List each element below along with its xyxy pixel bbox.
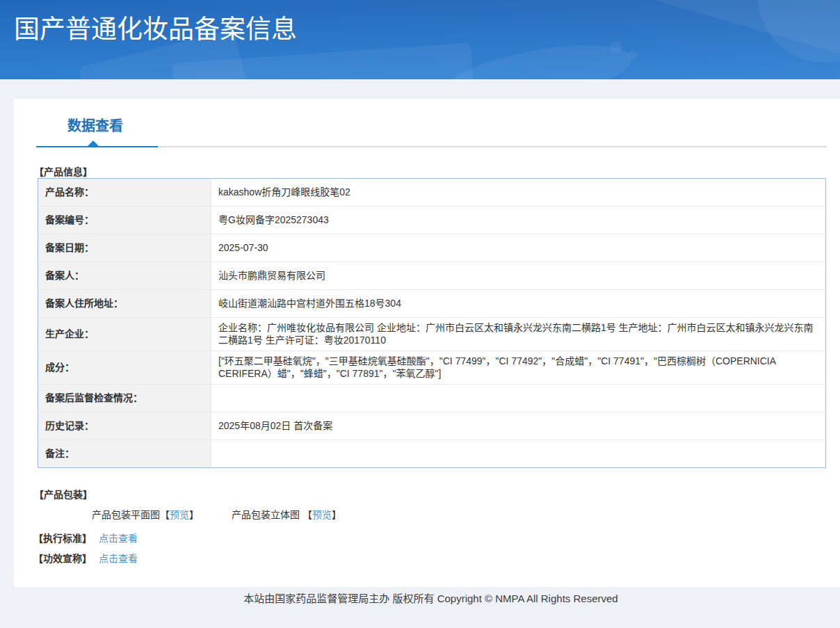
standards-line: 【执行标准】点击查看 bbox=[33, 531, 138, 545]
row-label: 备案人： bbox=[38, 262, 211, 290]
table-row-filing-number: 备案编号： 粤G妆网备字2025273043 bbox=[38, 207, 826, 234]
packaging-item-3d: 产品包装立体图 【预览】 bbox=[232, 509, 341, 520]
table-row-product-name: 产品名称： kakashow折角刀峰眼线胶笔02 bbox=[38, 179, 826, 207]
row-value: 粤G妆网备字2025273043 bbox=[211, 207, 826, 234]
preview-link-3d[interactable]: 预览 bbox=[312, 509, 332, 520]
row-label: 生产企业： bbox=[38, 318, 211, 351]
table-row-filer: 备案人： 汕头市鹏鼎贸易有限公司 bbox=[38, 262, 826, 290]
row-label: 备案人住所地址： bbox=[38, 290, 211, 318]
row-label: 备案日期： bbox=[38, 234, 211, 262]
page-footer: 本站由国家药品监督管理局主办 版权所有 Copyright © NMPA All… bbox=[0, 588, 840, 628]
page-title: 国产普通化妆品备案信息 bbox=[14, 15, 297, 45]
table-row-filing-date: 备案日期： 2025-07-30 bbox=[38, 234, 826, 262]
efficacy-heading: 【功效宣称】 bbox=[33, 553, 92, 564]
table-row-ingredients: 成分： ["环五聚二甲基硅氧烷"，"三甲基硅烷氧基硅酸酯"，"CI 77499"… bbox=[38, 351, 826, 385]
footer-copyright: 本站由国家药品监督管理局主办 版权所有 Copyright © NMPA All… bbox=[243, 592, 617, 606]
row-value bbox=[211, 440, 826, 468]
row-label: 备案后监督检查情况： bbox=[38, 385, 211, 412]
row-label: 备注： bbox=[38, 440, 211, 468]
row-label: 成分： bbox=[38, 351, 211, 385]
row-label: 备案编号： bbox=[38, 207, 211, 234]
standards-heading: 【执行标准】 bbox=[33, 533, 92, 544]
row-value: 2025-07-30 bbox=[211, 234, 826, 262]
bracket-close: 】 bbox=[189, 509, 199, 520]
efficacy-view-link[interactable]: 点击查看 bbox=[99, 553, 138, 564]
row-value: 汕头市鹏鼎贸易有限公司 bbox=[211, 262, 826, 290]
tab-active-underline bbox=[36, 146, 158, 147]
row-value: kakashow折角刀峰眼线胶笔02 bbox=[211, 179, 826, 207]
packaging-item-label: 产品包装平面图 bbox=[92, 509, 160, 520]
page: { "colors": { "banner_gradient_start": "… bbox=[0, 0, 840, 628]
table-row-remarks: 备注： bbox=[38, 440, 826, 468]
banner-decoration-circle bbox=[758, 0, 840, 63]
packaging-items: 产品包装平面图【预览】产品包装立体图 【预览】 bbox=[92, 508, 341, 522]
tab-rule bbox=[36, 146, 827, 147]
row-label: 产品名称： bbox=[38, 179, 211, 207]
preview-link-flat[interactable]: 预览 bbox=[170, 509, 189, 520]
table-row-manufacturer: 生产企业： 企业名称：广州唯妆化妆品有限公司 企业地址：广州市白云区太和镇永兴龙… bbox=[38, 318, 826, 351]
row-value bbox=[211, 385, 826, 412]
page-banner: 国产普通化妆品备案信息 bbox=[0, 0, 840, 79]
packaging-item-label: 产品包装立体图 bbox=[232, 509, 302, 520]
packaging-item-flat: 产品包装平面图【预览】 bbox=[92, 509, 199, 520]
tab-data-view[interactable]: 数据查看 bbox=[67, 116, 123, 136]
row-value: 2025年08月02日 首次备案 bbox=[211, 412, 826, 440]
bracket-close: 】 bbox=[332, 509, 341, 520]
bracket-open: 【 bbox=[302, 509, 312, 520]
row-value: 岐山街道潮汕路中宫村道外围五格18号304 bbox=[211, 290, 826, 318]
product-info-heading: 【产品信息】 bbox=[34, 165, 92, 179]
efficacy-line: 【功效宣称】点击查看 bbox=[33, 551, 138, 565]
bracket-open: 【 bbox=[160, 509, 170, 520]
table-row-supervision: 备案后监督检查情况： bbox=[38, 385, 826, 412]
banner-decoration-dot bbox=[628, 51, 637, 60]
packaging-heading: 【产品包装】 bbox=[34, 488, 92, 501]
row-label: 历史记录： bbox=[38, 412, 211, 440]
row-value: 企业名称：广州唯妆化妆品有限公司 企业地址：广州市白云区太和镇永兴龙兴东南二横路… bbox=[211, 318, 826, 351]
tab-caret-icon bbox=[88, 140, 99, 146]
standards-view-link[interactable]: 点击查看 bbox=[99, 533, 138, 544]
table-row-filer-address: 备案人住所地址： 岐山街道潮汕路中宫村道外围五格18号304 bbox=[38, 290, 826, 318]
table-row-history: 历史记录： 2025年08月02日 首次备案 bbox=[38, 412, 826, 440]
row-value: ["环五聚二甲基硅氧烷"，"三甲基硅烷氧基硅酸酯"，"CI 77499"，"CI… bbox=[211, 351, 826, 385]
product-info-table: 产品名称： kakashow折角刀峰眼线胶笔02 备案编号： 粤G妆网备字202… bbox=[38, 178, 826, 468]
banner-decoration-dot bbox=[610, 42, 622, 54]
content-card: 数据查看 【产品信息】 产品名称： kakashow折角刀峰眼线胶笔02 备案编… bbox=[14, 99, 840, 587]
